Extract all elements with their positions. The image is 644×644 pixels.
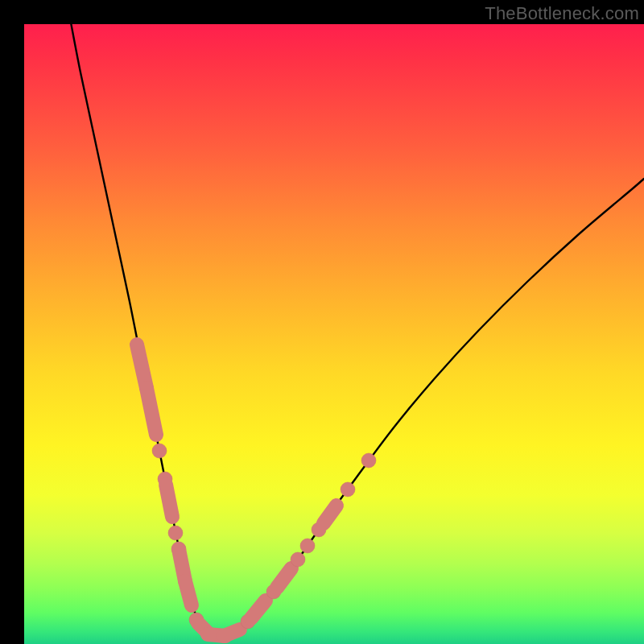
chart-svg — [24, 24, 644, 644]
plot-area — [24, 24, 644, 644]
outer-frame: TheBottleneck.com — [0, 0, 644, 644]
bottleneck-curve — [71, 23, 644, 637]
curve-marker-dot — [168, 526, 183, 540]
marker-layer — [137, 345, 376, 636]
curve-marker-dot — [152, 444, 167, 458]
curve-marker-pill — [324, 506, 336, 523]
curve-marker-pill — [251, 601, 266, 618]
curve-marker-pill — [224, 630, 240, 636]
curve-marker-pill — [185, 581, 192, 605]
curve-marker-pill — [166, 485, 172, 517]
curve-marker-dot — [341, 482, 355, 497]
watermark-text: TheBottleneck.com — [485, 3, 639, 24]
curve-marker-dot — [361, 453, 376, 468]
curve-marker-pill — [147, 388, 156, 435]
curve-marker-pill — [277, 568, 291, 588]
curve-marker-dot — [300, 539, 315, 553]
curve-marker-dot — [291, 552, 305, 567]
